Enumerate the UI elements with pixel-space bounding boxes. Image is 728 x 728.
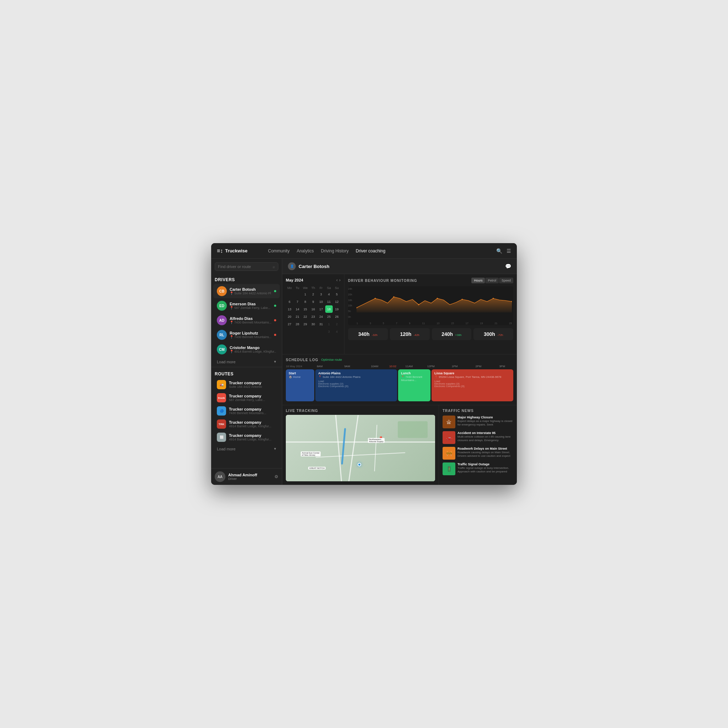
cal-day-21[interactable]: 21 [294,313,301,320]
chat-icon[interactable]: 💬 [505,263,511,269]
traffic-item-2[interactable]: 🚧 Roadwork Delays on Main Street Roadwor… [442,447,513,460]
menu-icon[interactable]: ☰ [506,248,511,254]
logo[interactable]: ≡↕ Truckwise [217,248,260,254]
home-icon: 🏠 [289,375,292,379]
traffic-item-1[interactable]: 🚗 Accident on Interstate 95 Multi-vehicl… [442,431,513,444]
cal-day-next-2[interactable]: 2 [333,321,341,328]
cal-day-29[interactable]: 29 [301,321,309,328]
cal-day-30[interactable]: 30 [309,321,317,328]
live-tracking-title: LIVE TRACKING [286,409,435,413]
route-item-2[interactable]: truck Trucker company 587 Zemlak Ferry, … [213,392,280,404]
cal-day-14[interactable]: 14 [294,305,301,313]
cal-day-20[interactable]: 20 [286,313,293,320]
route-item-3[interactable]: 🔵 Trucker company 7430 Bennett Mountains… [213,405,280,418]
cal-day-11[interactable]: 11 [325,298,333,305]
cal-day-17[interactable]: 17 [317,305,325,313]
schedule-event-antonio[interactable]: Antonio Plains 📍 Suite 184 4422 Antonio … [315,369,397,401]
chevron-down-icon: ▾ [274,359,276,364]
cal-day-22[interactable]: 22 [301,313,309,320]
loc-icon2: 📍 [434,375,438,379]
driver-item-carter[interactable]: CB Carter Botosh 📍 Suite 184 4422 Antoni… [213,284,280,298]
search-icon[interactable]: 🔍 [496,248,502,254]
stat-value-1: 120h -42h [393,331,427,337]
driver-item-alfredo[interactable]: AD Alfredo Dias 📍 7430 Bennett Mountains… [213,313,280,327]
traffic-item-0[interactable]: 🛣 Major Highway Closure Expect delays as… [442,416,513,428]
cal-day-5[interactable]: 5 [333,291,341,298]
cal-day-27[interactable]: 27 [286,321,293,328]
route-item-1[interactable]: 🚛 Trucker company Suite 184 4422 Antonio [213,378,280,391]
load-more-routes-button[interactable]: Load more ▾ [213,444,280,453]
route-item-5[interactable]: ⬜ Trucker company 4914 Barrett Lodge, Kl… [213,431,280,444]
cal-day-25[interactable]: 25 [325,313,333,320]
driver-item-roger[interactable]: RL Roger Lipshutz 📍 7430 Bennett Mountai… [213,328,280,342]
cal-day-empty4 [301,328,309,336]
bottom-row: LIVE TRACKING [282,405,517,485]
nav-analytics[interactable]: Analytics [297,247,314,255]
cal-day-1[interactable]: 1 [301,291,309,298]
cal-day-13[interactable]: 13 [286,305,293,313]
live-tracking-section: LIVE TRACKING [282,405,439,485]
driver-info-alfredo: Alfredo Dias 📍 7430 Bennett Mountains... [229,317,271,324]
traffic-thumb-3: 🚦 [442,462,455,475]
cal-day-18-today[interactable]: 18 [325,305,333,313]
cal-day-4[interactable]: 4 [325,291,333,298]
schedule-event-lunch[interactable]: Lunch 📍 7430 Bennett Mountains... [398,369,430,401]
tab-speed[interactable]: Speed [499,278,513,283]
driver-loc-carter: 📍 Suite 184 4422 Antonio Plains... [229,292,271,295]
cal-day-15[interactable]: 15 [301,305,309,313]
calendar-month: May 2024 [286,278,303,282]
cal-day-10[interactable]: 10 [317,298,325,305]
calendar-prev-button[interactable]: ‹ [336,278,338,283]
tl-1pm: 1PM [444,365,466,368]
cal-day-23[interactable]: 23 [309,313,317,320]
search-box[interactable]: ⌕ [215,262,278,271]
cal-day-next-4[interactable]: 4 [333,328,341,336]
cal-day-3[interactable]: 3 [317,291,325,298]
settings-icon[interactable]: ⚙ [274,474,278,479]
search-submit-icon[interactable]: ⌕ [273,265,275,269]
cal-day-6[interactable]: 6 [286,298,293,305]
tl-3pm: 3PM [491,365,513,368]
cal-day-next-3[interactable]: 3 [325,328,333,336]
tl-11am: 11AM [400,365,418,368]
cal-day-9[interactable]: 9 [309,298,317,305]
schedule-event-lissa[interactable]: Lissa Square 📍 95264 Lissa Square, Port … [431,369,513,401]
tl-2pm: 2PM [467,365,489,368]
cal-day-empty[interactable] [286,291,293,298]
tl-9am: 9AM [332,365,362,368]
driver-item-emerson[interactable]: ED Emerson Dias 📍 587 Zemlak Ferry, Lake… [213,298,280,313]
status-dot-carter [274,290,276,292]
traffic-title-3: Traffic Signal Outage [457,462,513,466]
tab-hours[interactable]: Hours [471,278,485,283]
cal-day-next-1[interactable]: 1 [325,321,333,328]
route-name-5: Trucker company [229,433,276,437]
cal-day-8[interactable]: 8 [301,298,309,305]
cal-day-empty[interactable] [294,291,301,298]
cal-day-16[interactable]: 16 [309,305,317,313]
map-placeholder: 📍 NortheasternArborist Supply GREAT NOTC… [286,415,435,482]
optimise-route-link[interactable]: Optimise route [321,358,342,361]
driver-item-cristofer[interactable]: CM Cristofer Mango 📍 4914 Barrett Lodge,… [213,342,280,356]
schedule-event-start[interactable]: Start 🏠 Home [286,369,314,401]
nav-community[interactable]: Community [268,247,290,255]
search-input[interactable] [218,265,271,269]
cal-day-2[interactable]: 2 [309,291,317,298]
nav-driver-coaching[interactable]: Driver coaching [356,247,385,255]
cal-day-24[interactable]: 24 [317,313,325,320]
route-item-4[interactable]: TRK Trucker company 4914 Barrett Lodge, … [213,418,280,430]
event-title-start: Start [289,372,311,375]
cal-day-28[interactable]: 28 [294,321,301,328]
cal-day-12[interactable]: 12 [333,298,341,305]
behaviour-title: DRIVER BEHAVIOUR MONITORING [348,279,417,283]
traffic-item-3[interactable]: 🚦 Traffic Signal Outage Traffic signal o… [442,462,513,475]
cal-day-31[interactable]: 31 [317,321,325,328]
stat-value-3: 300h -72h [476,331,511,337]
cal-day-19[interactable]: 19 [333,305,341,313]
tab-petrol[interactable]: Petrol [485,278,499,283]
status-dot-emerson [274,304,276,307]
cal-day-7[interactable]: 7 [294,298,301,305]
nav-driving-history[interactable]: Driving History [321,247,349,255]
calendar-next-button[interactable]: › [339,278,341,283]
cal-day-26[interactable]: 26 [333,313,341,320]
load-more-drivers-button[interactable]: Load more ▾ [213,357,280,366]
